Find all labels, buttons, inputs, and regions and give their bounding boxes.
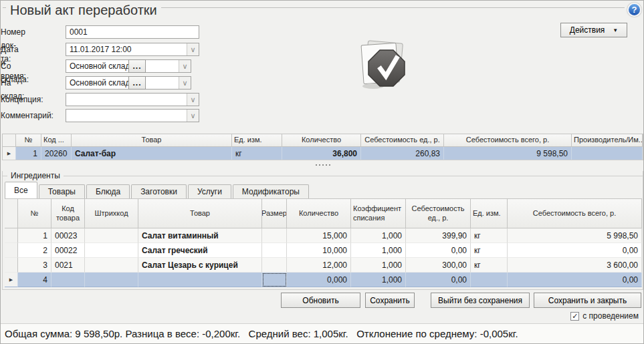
tab-modifiers[interactable]: Модификаторы — [233, 184, 309, 198]
col-product[interactable]: Товар — [72, 134, 232, 147]
chevron-down-icon[interactable]: ∨ — [187, 43, 199, 55]
cell-coeff[interactable]: 1,000 — [351, 258, 406, 273]
cell-num[interactable]: 3 — [18, 258, 51, 273]
row-selector[interactable] — [5, 258, 18, 273]
tab-all[interactable]: Все — [5, 182, 37, 198]
cell-total[interactable]: 5 998,50 — [508, 228, 642, 243]
cell-size[interactable] — [262, 228, 287, 243]
cell-unit[interactable]: кг — [471, 258, 508, 273]
cell-unit_cost[interactable]: 0,00 — [406, 243, 471, 258]
cell-name[interactable] — [138, 273, 262, 287]
cell-num[interactable]: 1 — [16, 147, 41, 160]
comment-select[interactable]: ∨ — [66, 109, 199, 122]
cell-name[interactable]: Салат витаминный — [138, 228, 262, 243]
col-qty[interactable]: Количество — [287, 199, 351, 228]
col-num[interactable]: № — [16, 134, 41, 147]
cell-code[interactable]: 00022 — [51, 243, 85, 258]
row-selector[interactable] — [5, 228, 18, 243]
col-size[interactable]: Размер — [262, 199, 287, 228]
cell-total-cost[interactable]: 9 598,50 — [444, 147, 572, 160]
row-selector[interactable]: ▶ — [3, 147, 16, 160]
cell-barcode[interactable] — [85, 228, 138, 243]
cell-qty[interactable]: 12,000 — [287, 258, 351, 273]
save-and-close-button[interactable]: Сохранить и закрыть — [534, 293, 641, 308]
cell-code[interactable]: 20260 — [41, 147, 72, 160]
cell-total[interactable]: 3 600,00 — [508, 258, 642, 273]
tab-dishes[interactable]: Блюда — [86, 184, 130, 198]
cell-size[interactable] — [262, 273, 287, 287]
col-writeoff-coeff[interactable]: Коэффициент списания — [351, 199, 406, 228]
cell-code[interactable]: 0021 — [51, 258, 85, 273]
cell-coeff[interactable]: 1,000 — [351, 273, 406, 287]
col-num[interactable]: № — [18, 199, 51, 228]
cell-barcode[interactable] — [85, 273, 138, 287]
cell-unit[interactable]: кг — [471, 243, 508, 258]
splitter-handle[interactable] — [2, 162, 643, 168]
cell-unit_cost[interactable]: 0,00 — [406, 273, 471, 287]
col-total-cost[interactable]: Себестоимость всего, р. — [508, 199, 642, 228]
cell-unit[interactable]: кг — [471, 228, 508, 243]
cell-size[interactable] — [262, 258, 287, 273]
table-row[interactable]: 30021Салат Цезарь с курицей12,0001,00030… — [5, 258, 642, 273]
cell-qty[interactable]: 10,000 — [287, 243, 351, 258]
cell-qty[interactable]: 36,800 — [282, 147, 361, 160]
col-unit-cost[interactable]: Себестоимость ед., р. — [361, 134, 444, 147]
cell-coeff[interactable]: 1,000 — [351, 243, 406, 258]
help-icon[interactable]: ? — [627, 3, 641, 17]
cell-barcode[interactable] — [85, 243, 138, 258]
col-unit[interactable]: Ед. изм. — [471, 199, 508, 228]
with-posting-checkbox[interactable]: ✓ с проведением — [570, 311, 639, 321]
cell-code[interactable] — [51, 273, 85, 287]
to-store-browse-button[interactable]: ... — [128, 76, 146, 90]
row-selector[interactable]: ▶ — [5, 273, 18, 287]
tab-services[interactable]: Услуги — [188, 184, 231, 198]
chevron-down-icon[interactable]: ∨ — [179, 60, 191, 72]
cell-total[interactable]: 0,00 — [508, 273, 642, 287]
cell-code[interactable]: 00023 — [51, 228, 85, 243]
exit-without-saving-button[interactable]: Выйти без сохранения — [431, 293, 530, 308]
cell-unit_cost[interactable]: 399,90 — [406, 228, 471, 243]
cell-num[interactable]: 2 — [18, 243, 51, 258]
cell-name[interactable]: Салат греческий — [138, 243, 262, 258]
from-store-browse-button[interactable]: ... — [128, 59, 146, 73]
concept-select[interactable]: ∨ — [66, 93, 199, 106]
col-qty[interactable]: Количество — [282, 134, 361, 147]
cell-unit-cost[interactable]: 260,83 — [361, 147, 444, 160]
table-row[interactable]: ▶40,0001,0000,000,00 — [5, 273, 642, 287]
chevron-down-icon[interactable]: ∨ — [187, 110, 199, 122]
refresh-button[interactable]: Обновить — [281, 293, 360, 308]
table-row[interactable]: 200022Салат греческий10,0001,0000,00кг0,… — [5, 243, 642, 258]
cell-unit[interactable] — [471, 273, 508, 287]
tab-goods[interactable]: Товары — [39, 184, 85, 198]
cell-producer[interactable] — [572, 147, 643, 160]
col-unit-cost[interactable]: Себестоимость ед., р. — [406, 199, 471, 228]
cell-name[interactable]: Салат Цезарь с курицей — [138, 258, 262, 273]
cell-num[interactable]: 1 — [18, 228, 51, 243]
tab-preparations[interactable]: Заготовки — [131, 184, 187, 198]
cell-unit[interactable]: кг — [232, 147, 282, 160]
row-selector[interactable] — [5, 243, 18, 258]
datetime-input[interactable]: 11.01.2017 12:00 ∨ — [66, 43, 199, 56]
table-row[interactable]: 100023Салат витаминный15,0001,000399,90к… — [5, 228, 642, 243]
cell-total[interactable]: 0,00 — [508, 243, 642, 258]
cell-num[interactable]: 4 — [18, 273, 51, 287]
cell-unit_cost[interactable]: 300,00 — [406, 258, 471, 273]
col-total-cost[interactable]: Себестоимость всего, р. — [444, 134, 572, 147]
actions-button[interactable]: Действия ▼ — [560, 23, 627, 37]
cell-product[interactable]: Салат-бар — [72, 147, 232, 160]
col-code[interactable]: Код товара — [51, 199, 85, 228]
cell-qty[interactable]: 15,000 — [287, 228, 351, 243]
chevron-down-icon[interactable]: ∨ — [179, 77, 191, 89]
cell-barcode[interactable] — [85, 258, 138, 273]
save-button[interactable]: Сохранить — [365, 293, 415, 308]
doc-number-input[interactable]: 0001 — [66, 25, 199, 39]
col-code[interactable]: Код ... — [41, 134, 72, 147]
col-barcode[interactable]: Штрихкод — [85, 199, 138, 228]
cell-coeff[interactable]: 1,000 — [351, 228, 406, 243]
table-row[interactable]: ▶ 1 20260 Салат-бар кг 36,800 260,83 9 5… — [3, 147, 643, 160]
col-product[interactable]: Товар — [138, 199, 262, 228]
cell-qty[interactable]: 0,000 — [287, 273, 351, 287]
col-producer[interactable]: Производитель/Им... — [572, 134, 643, 147]
col-unit[interactable]: Ед. изм. — [232, 134, 282, 147]
cell-size[interactable] — [262, 243, 287, 258]
